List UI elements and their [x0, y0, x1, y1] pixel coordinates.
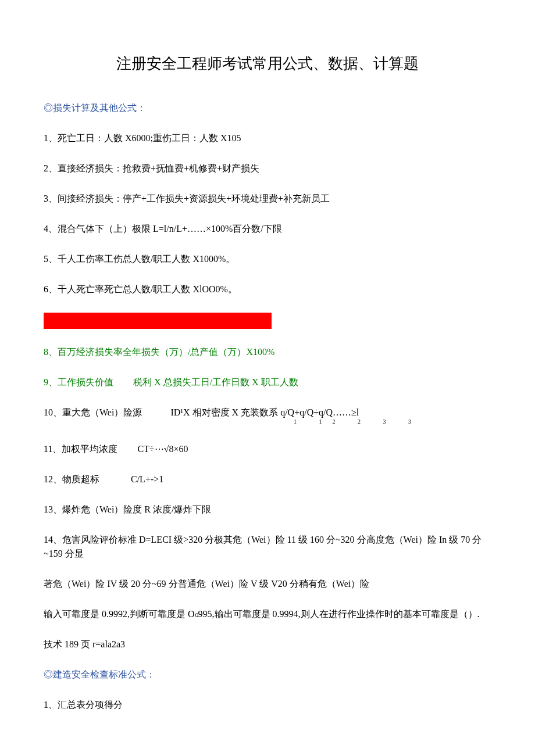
item-6: 6、千人死亡率死亡总人数/职工人数 XlOO0%。 — [44, 282, 491, 296]
item-8: 8、百万经济损失率全年损失（万）/总产值（万）X100% — [44, 345, 491, 359]
item-7-highlighted: 7、千人经济损失率 全年损失(万)/职工人数×1000‰ — [44, 313, 491, 329]
page-title: 注册安全工程师考试常用公式、数据、计算题 — [44, 52, 491, 75]
item-10-label: 10、重大危（Wei）险源 — [44, 407, 142, 417]
item-2: 2、直接经济损失：抢救费+抚恤费+机修费+财产损失 — [44, 162, 491, 175]
item-1: 1、死亡工日：人数 X6000;重伤工日：人数 X105 — [44, 131, 491, 145]
item-12-label: 12、物质超标 — [44, 474, 99, 484]
item-4: 4、混合气体下（上）极限 L=l/n/L+……×100%百分数/下限 — [44, 222, 491, 236]
item-16: 技术 189 页 r=ala2a3 — [44, 637, 491, 651]
item-10: 10、重大危（Wei）险源 ID¹X 相对密度 X 充装数系 q/Q+q/Q÷q… — [44, 406, 491, 426]
highlight-text: 7、千人经济损失率 全年损失(万)/职工人数×1000‰ — [44, 313, 272, 329]
item-9: 9、工作损失价值 税利 X 总损失工日/工作日数 X 职工人数 — [44, 375, 491, 389]
section2-item-1: 1、汇总表分项得分 — [44, 698, 491, 712]
item-9-label: 9、工作损失价值 — [44, 377, 113, 387]
item-14a: 14、危害风险评价标准 D=LECI 级>320 分极其危（Wei）险 11 级… — [44, 533, 491, 561]
item-11-formula: CT÷⋯√8×60 — [137, 442, 188, 456]
item-14b: 著危（Wei）险 IV 级 20 分~69 分普通危（Wei）险 V 级 V20… — [44, 577, 491, 591]
item-9-formula: 税利 X 总损失工日/工作日数 X 职工人数 — [133, 375, 298, 389]
item-13: 13、爆炸危（Wei）险度 R 浓度/爆炸下限 — [44, 503, 491, 517]
item-11-label: 11、加权平均浓度 — [44, 444, 117, 454]
item-12: 12、物质超标 C/L+->1 — [44, 472, 491, 486]
item-15: 输入可靠度是 0.9992,判断可靠度是 O₀995,输出可靠度是 0.9994… — [44, 607, 491, 621]
item-12-formula: C/L+->1 — [131, 472, 163, 486]
item-5: 5、千人工伤率工伤总人数/职工人数 X1000%。 — [44, 252, 491, 266]
section-header-construction: ◎建造安全检查标准公式： — [44, 668, 491, 682]
item-11: 11、加权平均浓度 CT÷⋯√8×60 — [44, 442, 491, 456]
item-3: 3、间接经济损失：停产+工作损失+资源损失+环境处理费+补充新员工 — [44, 192, 491, 206]
section-header-loss: ◎损失计算及其他公式： — [44, 101, 491, 115]
